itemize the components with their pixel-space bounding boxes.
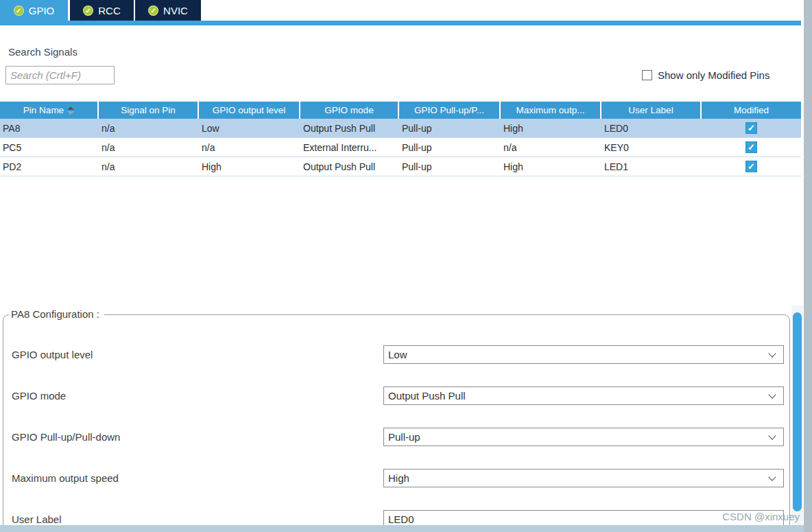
- cell-gpio-output-level: Low: [199, 119, 299, 137]
- cell-user-label: KEY0: [601, 138, 700, 157]
- column-header-gpio-output-level[interactable]: GPIO output level: [199, 102, 299, 119]
- checkbox-checked-icon[interactable]: ✓: [745, 161, 757, 172]
- check-circle-icon: ✓: [83, 5, 93, 16]
- sort-ascending-icon: [67, 106, 74, 115]
- cell-gpio-pull: Pull-up: [399, 157, 499, 176]
- column-header-gpio-pull[interactable]: GPIO Pull-up/P...: [399, 102, 499, 119]
- chevron-down-icon: [768, 432, 776, 439]
- gpio-pull-label: GPIO Pull-up/Pull-down: [12, 428, 120, 446]
- search-input[interactable]: [5, 66, 115, 84]
- cell-gpio-output-level: High: [199, 157, 299, 176]
- vertical-scrollbar-thumb[interactable]: [793, 312, 802, 511]
- show-only-modified-pins-label: Show only Modified Pins: [658, 69, 769, 81]
- column-header-signal-on-pin[interactable]: Signal on Pin: [99, 102, 198, 119]
- column-header-gpio-mode[interactable]: GPIO mode: [300, 102, 398, 119]
- table-row-pa8[interactable]: PA8 n/a Low Output Push Pull Pull-up Hig…: [0, 119, 801, 138]
- gpio-mode-label: GPIO mode: [12, 386, 66, 405]
- checkbox-checked-icon[interactable]: ✓: [745, 141, 757, 153]
- cell-user-label: LED1: [601, 157, 700, 176]
- gpio-pull-select[interactable]: Pull-up: [383, 428, 784, 446]
- selected-value: Low: [388, 346, 769, 363]
- pa8-configuration-panel: PA8 Configuration : GPIO output level Lo…: [3, 314, 790, 532]
- gpio-mode-select[interactable]: Output Push Pull: [383, 386, 784, 405]
- column-header-max-output[interactable]: Maximum outp...: [501, 102, 600, 119]
- column-header-label: Pin Name: [23, 105, 64, 115]
- selected-value: Pull-up: [388, 428, 769, 446]
- selected-value: High: [388, 470, 769, 487]
- search-signals-label: Search Signals: [8, 46, 77, 58]
- cell-signal-on-pin: n/a: [99, 138, 198, 157]
- window-edge-strip: [804, 0, 812, 532]
- show-only-modified-pins[interactable]: Show only Modified Pins: [642, 69, 769, 81]
- chevron-down-icon: [768, 349, 776, 357]
- cell-max-output: High: [501, 157, 600, 176]
- cell-signal-on-pin: n/a: [99, 119, 198, 137]
- cell-gpio-output-level: n/a: [199, 138, 299, 157]
- chevron-down-icon: [768, 473, 776, 481]
- bottom-divider-bar: [0, 525, 804, 532]
- column-header-modified[interactable]: Modified: [702, 102, 801, 119]
- tab-label: GPIO: [29, 5, 55, 16]
- cell-pin-name: PD2: [0, 157, 97, 176]
- cell-user-label: LED0: [601, 119, 700, 137]
- cell-pin-name: PA8: [0, 119, 97, 137]
- max-output-speed-label: Maximum output speed: [12, 469, 119, 487]
- tab-label: NVIC: [163, 5, 188, 16]
- tab-label: RCC: [98, 5, 121, 16]
- tab-gpio[interactable]: ✓ GPIO: [0, 0, 68, 21]
- gpio-output-level-select[interactable]: Low: [383, 345, 784, 364]
- pin-table-header: Pin Name Signal on Pin GPIO output level…: [0, 102, 801, 119]
- vertical-scrollbar-track[interactable]: [791, 305, 803, 532]
- tab-underline: [0, 21, 801, 25]
- max-output-speed-select[interactable]: High: [383, 469, 784, 487]
- table-row-pc5[interactable]: PC5 n/a n/a External Interru... Pull-up …: [0, 138, 801, 157]
- gpio-output-level-label: GPIO output level: [12, 345, 93, 364]
- selected-value: Output Push Pull: [388, 387, 769, 404]
- column-header-user-label[interactable]: User Label: [601, 102, 700, 119]
- check-circle-icon: ✓: [148, 5, 158, 16]
- chevron-down-icon: [768, 391, 776, 398]
- cell-gpio-pull: Pull-up: [399, 138, 499, 157]
- cell-signal-on-pin: n/a: [99, 157, 198, 176]
- cell-gpio-pull: Pull-up: [399, 119, 499, 137]
- check-circle-icon: ✓: [14, 5, 24, 16]
- cell-max-output: High: [501, 119, 600, 137]
- pin-table: Pin Name Signal on Pin GPIO output level…: [0, 102, 801, 176]
- column-header-pin-name[interactable]: Pin Name: [0, 102, 97, 119]
- checkbox-unchecked-icon[interactable]: [642, 70, 652, 80]
- cell-max-output: n/a: [501, 138, 600, 157]
- pa8-configuration-legend: PA8 Configuration :: [9, 308, 104, 320]
- table-row-pd2[interactable]: PD2 n/a High Output Push Pull Pull-up Hi…: [0, 157, 801, 176]
- cell-gpio-mode: External Interru...: [300, 138, 398, 157]
- cell-pin-name: PC5: [0, 138, 97, 157]
- tab-rcc[interactable]: ✓ RCC: [70, 0, 134, 21]
- tab-nvic[interactable]: ✓ NVIC: [135, 0, 201, 21]
- cell-gpio-mode: Output Push Pull: [300, 157, 398, 176]
- cell-gpio-mode: Output Push Pull: [300, 119, 398, 137]
- checkbox-checked-icon[interactable]: ✓: [745, 122, 757, 134]
